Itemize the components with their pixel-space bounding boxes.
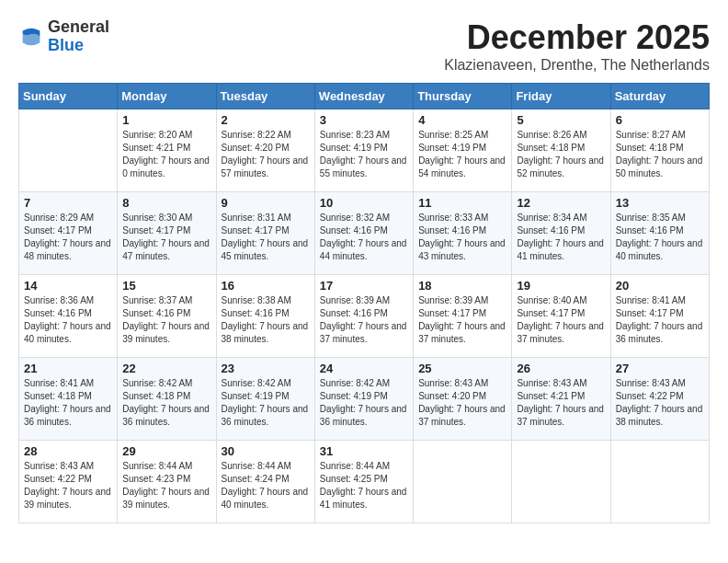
day-info: Sunrise: 8:39 AMSunset: 4:16 PMDaylight:… [320,294,408,346]
calendar-cell: 17 Sunrise: 8:39 AMSunset: 4:16 PMDaylig… [314,275,413,358]
day-info: Sunrise: 8:42 AMSunset: 4:19 PMDaylight:… [320,377,408,429]
day-info: Sunrise: 8:43 AMSunset: 4:22 PMDaylight:… [616,377,704,429]
calendar-cell: 5 Sunrise: 8:26 AMSunset: 4:18 PMDayligh… [512,109,610,192]
calendar-cell: 3 Sunrise: 8:23 AMSunset: 4:19 PMDayligh… [314,109,413,192]
day-info: Sunrise: 8:38 AMSunset: 4:16 PMDaylight:… [222,294,310,346]
day-info: Sunrise: 8:30 AMSunset: 4:17 PMDaylight:… [122,212,210,263]
day-info: Sunrise: 8:41 AMSunset: 4:18 PMDaylight:… [24,377,112,429]
day-number: 17 [320,279,408,293]
day-number: 9 [222,196,310,210]
weekday-header-thursday: Thursday [414,84,512,109]
day-info: Sunrise: 8:36 AMSunset: 4:16 PMDaylight:… [24,294,112,346]
weekday-header-row: SundayMondayTuesdayWednesdayThursdayFrid… [19,84,710,109]
day-info: Sunrise: 8:43 AMSunset: 4:22 PMDaylight:… [24,460,112,511]
day-info: Sunrise: 8:41 AMSunset: 4:17 PMDaylight:… [616,294,704,346]
day-info: Sunrise: 8:37 AMSunset: 4:16 PMDaylight:… [122,294,210,346]
day-number: 27 [616,362,704,375]
calendar-cell: 6 Sunrise: 8:27 AMSunset: 4:18 PMDayligh… [610,109,709,192]
day-number: 23 [222,362,310,375]
day-info: Sunrise: 8:42 AMSunset: 4:18 PMDaylight:… [122,377,210,429]
day-info: Sunrise: 8:26 AMSunset: 4:18 PMDaylight:… [517,129,605,180]
day-info: Sunrise: 8:22 AMSunset: 4:20 PMDaylight:… [222,129,310,180]
calendar-cell: 16 Sunrise: 8:38 AMSunset: 4:16 PMDaylig… [216,275,314,358]
day-number: 24 [320,362,408,375]
day-info: Sunrise: 8:31 AMSunset: 4:17 PMDaylight:… [222,212,310,263]
day-number: 13 [616,196,704,210]
calendar-cell: 13 Sunrise: 8:35 AMSunset: 4:16 PMDaylig… [610,192,709,275]
calendar-cell: 18 Sunrise: 8:39 AMSunset: 4:17 PMDaylig… [414,275,512,358]
day-number: 14 [24,279,112,293]
calendar-cell: 21 Sunrise: 8:41 AMSunset: 4:18 PMDaylig… [19,358,118,441]
day-number: 29 [122,444,210,458]
day-number: 2 [222,113,310,127]
day-info: Sunrise: 8:43 AMSunset: 4:20 PMDaylight:… [418,377,506,429]
calendar-cell: 31 Sunrise: 8:44 AMSunset: 4:25 PMDaylig… [314,441,413,523]
week-row-2: 7 Sunrise: 8:29 AMSunset: 4:17 PMDayligh… [19,192,710,275]
weekday-header-friday: Friday [512,84,610,109]
calendar-cell: 12 Sunrise: 8:34 AMSunset: 4:16 PMDaylig… [512,192,610,275]
week-row-5: 28 Sunrise: 8:43 AMSunset: 4:22 PMDaylig… [19,441,710,523]
day-number: 20 [616,279,704,293]
day-number: 12 [517,196,605,210]
logo: General Blue [18,18,109,55]
day-number: 3 [320,113,408,127]
calendar-cell: 9 Sunrise: 8:31 AMSunset: 4:17 PMDayligh… [216,192,314,275]
day-number: 18 [418,279,506,293]
location: Klazienaveen, Drenthe, The Netherlands [444,57,710,74]
calendar-cell [19,109,118,192]
day-number: 19 [517,279,605,293]
day-info: Sunrise: 8:39 AMSunset: 4:17 PMDaylight:… [418,294,506,346]
day-number: 30 [222,444,310,458]
day-number: 11 [418,196,506,210]
calendar-cell: 15 Sunrise: 8:37 AMSunset: 4:16 PMDaylig… [118,275,216,358]
calendar-header: SundayMondayTuesdayWednesdayThursdayFrid… [19,84,710,109]
day-number: 21 [24,362,112,375]
calendar-cell: 28 Sunrise: 8:43 AMSunset: 4:22 PMDaylig… [19,441,118,523]
day-number: 16 [222,279,310,293]
day-number: 8 [122,196,210,210]
day-info: Sunrise: 8:44 AMSunset: 4:24 PMDaylight:… [222,460,310,511]
day-number: 25 [418,362,506,375]
day-info: Sunrise: 8:42 AMSunset: 4:19 PMDaylight:… [222,377,310,429]
day-info: Sunrise: 8:44 AMSunset: 4:25 PMDaylight:… [320,460,408,511]
calendar-cell: 20 Sunrise: 8:41 AMSunset: 4:17 PMDaylig… [610,275,709,358]
day-info: Sunrise: 8:27 AMSunset: 4:18 PMDaylight:… [616,129,704,180]
calendar-cell: 24 Sunrise: 8:42 AMSunset: 4:19 PMDaylig… [314,358,413,441]
logo-text: General Blue [48,18,109,55]
day-number: 1 [122,113,210,127]
calendar-cell: 8 Sunrise: 8:30 AMSunset: 4:17 PMDayligh… [118,192,216,275]
day-info: Sunrise: 8:29 AMSunset: 4:17 PMDaylight:… [24,212,112,263]
day-info: Sunrise: 8:44 AMSunset: 4:23 PMDaylight:… [122,460,210,511]
calendar-cell: 29 Sunrise: 8:44 AMSunset: 4:23 PMDaylig… [118,441,216,523]
title-block: December 2025 Klazienaveen, Drenthe, The… [444,18,710,74]
day-number: 28 [24,444,112,458]
calendar-cell: 4 Sunrise: 8:25 AMSunset: 4:19 PMDayligh… [414,109,512,192]
calendar-body: 1 Sunrise: 8:20 AMSunset: 4:21 PMDayligh… [19,109,710,523]
calendar-cell: 11 Sunrise: 8:33 AMSunset: 4:16 PMDaylig… [414,192,512,275]
weekday-header-sunday: Sunday [19,84,118,109]
day-number: 22 [122,362,210,375]
weekday-header-wednesday: Wednesday [314,84,413,109]
calendar-cell: 30 Sunrise: 8:44 AMSunset: 4:24 PMDaylig… [216,441,314,523]
day-info: Sunrise: 8:32 AMSunset: 4:16 PMDaylight:… [320,212,408,263]
day-info: Sunrise: 8:23 AMSunset: 4:19 PMDaylight:… [320,129,408,180]
day-info: Sunrise: 8:35 AMSunset: 4:16 PMDaylight:… [616,212,704,263]
day-number: 6 [616,113,704,127]
day-number: 7 [24,196,112,210]
day-number: 5 [517,113,605,127]
calendar-cell: 19 Sunrise: 8:40 AMSunset: 4:17 PMDaylig… [512,275,610,358]
calendar-table: SundayMondayTuesdayWednesdayThursdayFrid… [18,83,710,523]
calendar-cell: 14 Sunrise: 8:36 AMSunset: 4:16 PMDaylig… [19,275,118,358]
logo-icon [18,24,44,50]
week-row-3: 14 Sunrise: 8:36 AMSunset: 4:16 PMDaylig… [19,275,710,358]
day-info: Sunrise: 8:40 AMSunset: 4:17 PMDaylight:… [517,294,605,346]
week-row-4: 21 Sunrise: 8:41 AMSunset: 4:18 PMDaylig… [19,358,710,441]
calendar-cell [610,441,709,523]
calendar-cell: 7 Sunrise: 8:29 AMSunset: 4:17 PMDayligh… [19,192,118,275]
page-header: General Blue December 2025 Klazienaveen,… [18,18,710,74]
calendar-cell: 23 Sunrise: 8:42 AMSunset: 4:19 PMDaylig… [216,358,314,441]
calendar-cell: 2 Sunrise: 8:22 AMSunset: 4:20 PMDayligh… [216,109,314,192]
calendar-cell: 27 Sunrise: 8:43 AMSunset: 4:22 PMDaylig… [610,358,709,441]
day-info: Sunrise: 8:25 AMSunset: 4:19 PMDaylight:… [418,129,506,180]
calendar-cell: 1 Sunrise: 8:20 AMSunset: 4:21 PMDayligh… [118,109,216,192]
